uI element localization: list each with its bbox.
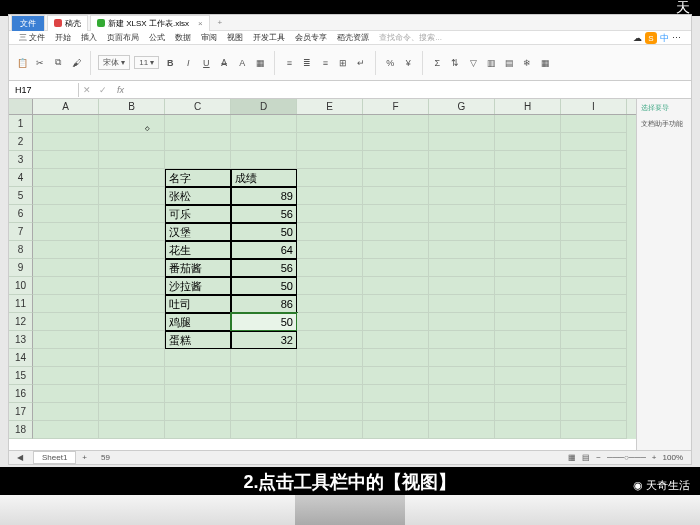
s-badge-icon[interactable]: S	[645, 32, 657, 44]
cell[interactable]	[363, 259, 429, 277]
cell[interactable]	[429, 349, 495, 367]
fillcolor-icon[interactable]: ▦	[253, 56, 267, 70]
row-header[interactable]: 16	[9, 385, 33, 403]
cell[interactable]	[33, 115, 99, 133]
cell[interactable]	[33, 205, 99, 223]
cell[interactable]	[165, 385, 231, 403]
cell[interactable]	[561, 277, 627, 295]
cell[interactable]	[99, 295, 165, 313]
cell[interactable]	[99, 259, 165, 277]
paste-icon[interactable]: 📋	[15, 56, 29, 70]
cell[interactable]	[561, 205, 627, 223]
menu-file[interactable]: 三 文件	[19, 32, 45, 43]
more-icon[interactable]: ⋯	[672, 33, 681, 43]
cell[interactable]	[231, 349, 297, 367]
underline-icon[interactable]: U	[199, 56, 213, 70]
col-header-H[interactable]: H	[495, 99, 561, 114]
cell[interactable]	[429, 295, 495, 313]
cell[interactable]	[33, 421, 99, 439]
cell[interactable]	[429, 385, 495, 403]
autosum-icon[interactable]: Σ	[430, 56, 444, 70]
fill-icon[interactable]: ▥	[484, 56, 498, 70]
cell[interactable]	[363, 241, 429, 259]
cell[interactable]	[33, 223, 99, 241]
cell[interactable]: 吐司	[165, 295, 231, 313]
cell[interactable]	[495, 241, 561, 259]
cell[interactable]	[297, 169, 363, 187]
col-header-F[interactable]: F	[363, 99, 429, 114]
row-header[interactable]: 7	[9, 223, 33, 241]
align-right-icon[interactable]: ≡	[318, 56, 332, 70]
cell[interactable]	[99, 187, 165, 205]
new-tab-button[interactable]: +	[212, 18, 229, 27]
cell[interactable]: 50	[231, 313, 297, 331]
cell[interactable]	[33, 313, 99, 331]
table-style-icon[interactable]: ▦	[538, 56, 552, 70]
cell[interactable]	[297, 331, 363, 349]
row-header[interactable]: 9	[9, 259, 33, 277]
cell[interactable]	[297, 277, 363, 295]
app-menu-tab[interactable]: 文件	[11, 15, 45, 31]
align-left-icon[interactable]: ≡	[282, 56, 296, 70]
close-icon[interactable]: ×	[198, 19, 203, 28]
menu-insert[interactable]: 插入	[81, 32, 97, 43]
view-page-icon[interactable]: ▤	[582, 453, 590, 462]
cancel-formula-icon[interactable]: ✕	[79, 85, 95, 95]
cell[interactable]	[33, 331, 99, 349]
cell[interactable]: 50	[231, 223, 297, 241]
cell[interactable]: 花生	[165, 241, 231, 259]
filter-icon[interactable]: ▽	[466, 56, 480, 70]
menu-member[interactable]: 会员专享	[295, 32, 327, 43]
cell[interactable]	[33, 367, 99, 385]
cell[interactable]: 89	[231, 187, 297, 205]
cell[interactable]	[363, 133, 429, 151]
cell[interactable]	[495, 367, 561, 385]
cell[interactable]	[363, 277, 429, 295]
cell[interactable]: 成绩	[231, 169, 297, 187]
cell[interactable]	[33, 295, 99, 313]
menu-view[interactable]: 视图	[227, 32, 243, 43]
cell[interactable]	[231, 367, 297, 385]
cell[interactable]	[561, 241, 627, 259]
cell[interactable]	[561, 313, 627, 331]
cell[interactable]	[297, 133, 363, 151]
cell[interactable]	[561, 403, 627, 421]
doc-tab-2[interactable]: 新建 XLSX 工作表.xlsx×	[90, 15, 210, 31]
cell[interactable]	[165, 133, 231, 151]
cell[interactable]	[33, 277, 99, 295]
cell[interactable]	[429, 421, 495, 439]
cell[interactable]	[363, 223, 429, 241]
cell[interactable]	[231, 133, 297, 151]
cell[interactable]	[363, 367, 429, 385]
cell[interactable]	[99, 169, 165, 187]
cell[interactable]	[495, 259, 561, 277]
row-header[interactable]: 18	[9, 421, 33, 439]
row-header[interactable]: 1	[9, 115, 33, 133]
cell[interactable]	[429, 241, 495, 259]
cell[interactable]	[561, 133, 627, 151]
col-header-C[interactable]: C	[165, 99, 231, 114]
select-all-corner[interactable]	[9, 99, 33, 114]
row-header[interactable]: 17	[9, 403, 33, 421]
col-header-D[interactable]: D	[231, 99, 297, 114]
cell[interactable]	[99, 223, 165, 241]
menu-data[interactable]: 数据	[175, 32, 191, 43]
cell[interactable]	[363, 169, 429, 187]
cell[interactable]	[429, 259, 495, 277]
italic-icon[interactable]: I	[181, 56, 195, 70]
rows-cols-icon[interactable]: ▤	[502, 56, 516, 70]
cell[interactable]	[99, 367, 165, 385]
sheet-nav-prev-icon[interactable]: ◀	[17, 453, 23, 462]
sheet-tab[interactable]: Sheet1	[33, 451, 76, 464]
cell[interactable]	[99, 151, 165, 169]
cell[interactable]: 汉堡	[165, 223, 231, 241]
cell[interactable]	[297, 187, 363, 205]
menu-resources[interactable]: 稻壳资源	[337, 32, 369, 43]
cell[interactable]	[561, 115, 627, 133]
cell[interactable]: 名字	[165, 169, 231, 187]
number-format-icon[interactable]: %	[383, 56, 397, 70]
cell[interactable]	[495, 187, 561, 205]
cell[interactable]	[561, 331, 627, 349]
row-header[interactable]: 6	[9, 205, 33, 223]
wrap-icon[interactable]: ↵	[354, 56, 368, 70]
